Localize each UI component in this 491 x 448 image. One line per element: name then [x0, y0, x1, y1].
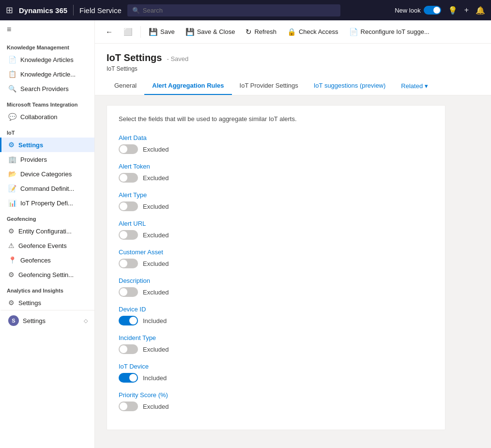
field-label-device-id: Device ID	[119, 306, 433, 313]
sidebar-item-search-providers[interactable]: 🔍 Search Providers	[0, 81, 94, 96]
sidebar-item-geofencing-settin[interactable]: ⚙ Geofencing Settin...	[0, 267, 94, 282]
tab-iot-suggestions-preview[interactable]: IoT suggestions (preview)	[306, 77, 394, 95]
new-look-toggle[interactable]: New look	[395, 6, 441, 15]
brand-name: Dynamics 365	[19, 6, 67, 15]
field-toggle-alert-data[interactable]	[119, 144, 138, 154]
field-label-alert-url: Alert URL	[119, 220, 433, 227]
field-toggle-incident-type[interactable]	[119, 344, 138, 354]
plus-icon[interactable]: +	[464, 6, 469, 15]
page-saved-badge: - Saved	[167, 55, 188, 62]
sidebar-bottom-settings[interactable]: S Settings ◇	[0, 310, 94, 329]
sidebar-item-label: Search Providers	[20, 85, 69, 93]
field-toggle-alert-url[interactable]	[119, 230, 138, 240]
field-toggle-label-iot-device: Included	[143, 374, 167, 382]
page-header: IoT Settings - Saved IoT Settings Genera…	[95, 44, 491, 95]
field-label-alert-data: Alert Data	[119, 134, 433, 141]
field-row-alert-type: Alert Type Excluded	[119, 191, 433, 211]
field-row-description: Description Excluded	[119, 277, 433, 297]
lightbulb-icon[interactable]: 💡	[448, 6, 458, 15]
refresh-label: Refresh	[254, 28, 276, 35]
fields-container: Alert Data Excluded Alert Token Excluded…	[119, 134, 433, 411]
geofence-events-icon: ⚠	[8, 242, 15, 249]
back-button[interactable]: ←	[101, 25, 118, 39]
field-toggle-priority-score[interactable]	[119, 402, 138, 411]
brand: Dynamics 365	[19, 6, 67, 15]
sidebar-section-iot: IoT	[0, 124, 94, 138]
sidebar-item-analytics-settings[interactable]: ⚙ Settings	[0, 295, 94, 310]
reconfigure-button[interactable]: 📄 Reconfigure IoT sugge...	[344, 25, 434, 39]
settings-icon: ⚙	[8, 141, 15, 149]
sidebar-section-geofencing: Geofencing	[0, 210, 94, 224]
reconfigure-icon: 📄	[349, 28, 358, 36]
sidebar-item-geofences[interactable]: 📍 Geofences	[0, 253, 94, 267]
content-area: Select the fields that will be used to a…	[95, 95, 491, 440]
sidebar-item-label: Knowledge Articles	[20, 56, 74, 63]
sidebar-item-device-categories[interactable]: 📂 Device Categories	[0, 167, 94, 181]
sidebar-item-label: IoT Property Defi...	[20, 200, 73, 207]
field-toggle-row-alert-token: Excluded	[119, 173, 433, 183]
grid-icon[interactable]: ⊞	[6, 5, 13, 15]
command-definit-icon: 📝	[8, 185, 16, 192]
sidebar-item-entity-configurati[interactable]: ⚙ Entity Configurati...	[0, 224, 94, 238]
chevron-icon: ◇	[84, 318, 88, 324]
providers-icon: 🏢	[8, 155, 16, 163]
sidebar-item-iot-property-defi[interactable]: 📊 IoT Property Defi...	[0, 196, 94, 210]
search-providers-icon: 🔍	[8, 85, 16, 93]
sidebar-item-label: Settings	[18, 141, 43, 149]
sidebar-item-knowledge-articles[interactable]: 📄 Knowledge Articles	[0, 52, 94, 67]
reconfigure-label: Reconfigure IoT sugge...	[361, 28, 430, 35]
knowledge-articles-2-icon: 📋	[8, 70, 16, 78]
tab-general[interactable]: General	[107, 77, 144, 95]
field-row-alert-data: Alert Data Excluded	[119, 134, 433, 154]
sidebar-item-settings[interactable]: ⚙ Settings	[0, 138, 94, 152]
popout-button[interactable]: ⬜	[119, 25, 138, 39]
field-toggle-row-priority-score: Excluded	[119, 402, 433, 411]
field-toggle-row-incident-type: Excluded	[119, 344, 433, 354]
iot-property-defi-icon: 📊	[8, 199, 16, 207]
sidebar-item-knowledge-articles-2[interactable]: 📋 Knowledge Article...	[0, 67, 94, 81]
tab-iot-provider-settings[interactable]: IoT Provider Settings	[232, 77, 306, 95]
sidebar-item-label: Command Definit...	[20, 185, 74, 192]
field-toggle-device-id[interactable]	[119, 316, 138, 325]
refresh-button[interactable]: ↻ Refresh	[241, 25, 281, 39]
check-access-button[interactable]: 🔒 Check Access	[282, 25, 343, 39]
field-toggle-row-iot-device: Included	[119, 373, 433, 383]
save-button[interactable]: 💾 Save	[144, 25, 180, 39]
field-row-device-id: Device ID Included	[119, 306, 433, 325]
save-close-button[interactable]: 💾 Save & Close	[181, 25, 240, 39]
field-toggle-alert-token[interactable]	[119, 173, 138, 183]
search-box[interactable]: 🔍	[127, 4, 340, 16]
field-toggle-iot-device[interactable]	[119, 373, 138, 383]
field-toggle-label-description: Excluded	[143, 289, 169, 296]
related-label: Related	[401, 82, 423, 90]
field-toggle-label-priority-score: Excluded	[143, 403, 169, 410]
field-toggle-label-incident-type: Excluded	[143, 346, 169, 353]
field-toggle-alert-type[interactable]	[119, 201, 138, 211]
sidebar-item-label: Geofence Events	[18, 242, 67, 249]
field-row-customer-asset: Customer Asset Excluded	[119, 248, 433, 268]
sidebar-item-label: Settings	[18, 299, 41, 307]
field-row-incident-type: Incident Type Excluded	[119, 334, 433, 354]
search-input[interactable]	[143, 7, 336, 14]
new-look-switch[interactable]	[424, 6, 441, 15]
field-toggle-row-customer-asset: Excluded	[119, 259, 433, 268]
sidebar-item-command-definit[interactable]: 📝 Command Definit...	[0, 181, 94, 196]
field-toggle-customer-asset[interactable]	[119, 259, 138, 268]
analytics-settings-icon: ⚙	[8, 299, 15, 307]
top-navigation: ⊞ Dynamics 365 Field Service 🔍 New look …	[0, 0, 491, 20]
field-toggle-description[interactable]	[119, 287, 138, 297]
page-content: IoT Settings - Saved IoT Settings Genera…	[95, 44, 491, 448]
bell-icon[interactable]: 🔔	[476, 6, 485, 15]
field-label-incident-type: Incident Type	[119, 334, 433, 341]
sidebar-item-geofence-events[interactable]: ⚠ Geofence Events	[0, 238, 94, 253]
field-toggle-row-alert-type: Excluded	[119, 201, 433, 211]
check-access-label: Check Access	[299, 28, 338, 35]
tab-alert-aggregation-rules[interactable]: Alert Aggregation Rules	[144, 77, 231, 95]
save-icon: 💾	[149, 28, 158, 36]
tab-related[interactable]: Related ▾	[393, 77, 436, 94]
content-panel: Select the fields that will be used to a…	[107, 105, 445, 430]
sidebar-item-providers[interactable]: 🏢 Providers	[0, 152, 94, 167]
sidebar-item-collaboration[interactable]: 💬 Collaboration	[0, 109, 94, 124]
sidebar-item-label: Entity Configurati...	[18, 228, 72, 235]
hamburger-menu[interactable]: ≡	[0, 20, 94, 39]
